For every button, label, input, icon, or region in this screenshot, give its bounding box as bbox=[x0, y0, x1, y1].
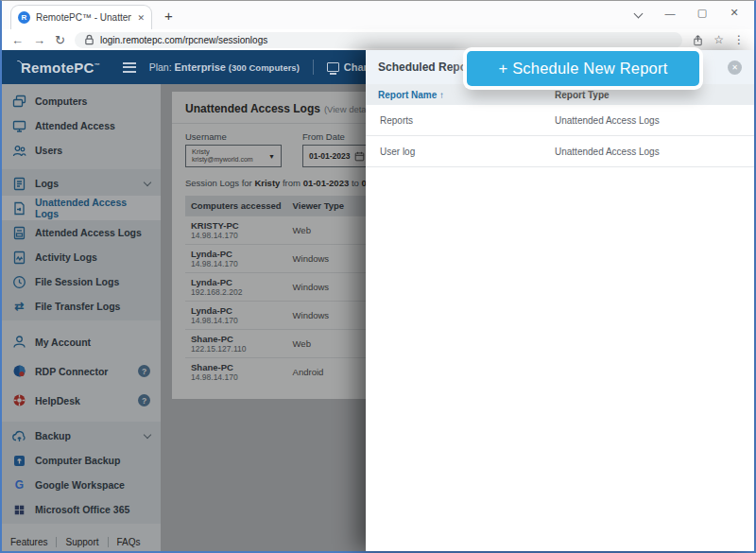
tab-close-icon[interactable]: ✕ bbox=[137, 13, 145, 23]
hamburger-menu-icon[interactable] bbox=[123, 62, 136, 73]
col-report-type: Report Type bbox=[555, 90, 610, 100]
lock-icon bbox=[84, 34, 94, 45]
scheduled-reports-panel: Scheduled Reports ✕ Report Name ↑ Report… bbox=[366, 50, 754, 551]
window-chevron-icon[interactable] bbox=[627, 8, 648, 19]
maximize-button[interactable]: ▢ bbox=[692, 7, 713, 19]
monitor-icon bbox=[327, 62, 339, 72]
schedule-new-report-button[interactable]: + Schedule New Report bbox=[467, 51, 699, 86]
back-icon[interactable]: ← bbox=[11, 34, 24, 46]
panel-close-icon[interactable]: ✕ bbox=[728, 60, 742, 75]
bookmark-star-icon[interactable]: ☆ bbox=[713, 34, 724, 45]
close-window-button[interactable]: ✕ bbox=[724, 7, 745, 19]
new-tab-button[interactable]: + bbox=[164, 8, 173, 25]
tab-title: RemotePC™ - Unattended Acc bbox=[36, 12, 131, 23]
tab-strip: R RemotePC™ - Unattended Acc ✕ + — ▢ ✕ bbox=[2, 1, 754, 29]
share-icon[interactable] bbox=[692, 34, 704, 46]
browser-tab[interactable]: R RemotePC™ - Unattended Acc ✕ bbox=[10, 5, 152, 29]
favicon-icon: R bbox=[18, 11, 30, 24]
url-bar[interactable]: login.remotepc.com/rpcnew/sessionlogs bbox=[75, 32, 682, 48]
report-row: User log Unattended Access Logs bbox=[366, 136, 754, 167]
minimize-button[interactable]: — bbox=[660, 8, 680, 19]
plan-info: Plan: Enterprise (300 Computers) bbox=[149, 61, 300, 73]
reload-icon[interactable]: ↻ bbox=[55, 34, 65, 46]
address-bar: ← → ↻ login.remotepc.com/rpcnew/sessionl… bbox=[2, 29, 754, 50]
browser-window: R RemotePC™ - Unattended Acc ✕ + — ▢ ✕ ←… bbox=[0, 0, 756, 553]
report-row: Reports Unattended Access Logs bbox=[366, 105, 754, 136]
url-text: login.remotepc.com/rpcnew/sessionlogs bbox=[100, 35, 267, 45]
col-report-name[interactable]: Report Name ↑ bbox=[366, 90, 555, 100]
panel-table-header: Report Name ↑ Report Type bbox=[366, 84, 754, 105]
header-divider bbox=[313, 60, 314, 75]
sort-asc-icon: ↑ bbox=[439, 90, 444, 100]
remotepc-logo: RemotePC™ bbox=[13, 60, 100, 76]
panel-title: Scheduled Reports bbox=[378, 60, 481, 74]
browser-menu-icon[interactable]: ⋮ bbox=[733, 34, 745, 45]
forward-icon[interactable]: → bbox=[33, 34, 45, 46]
